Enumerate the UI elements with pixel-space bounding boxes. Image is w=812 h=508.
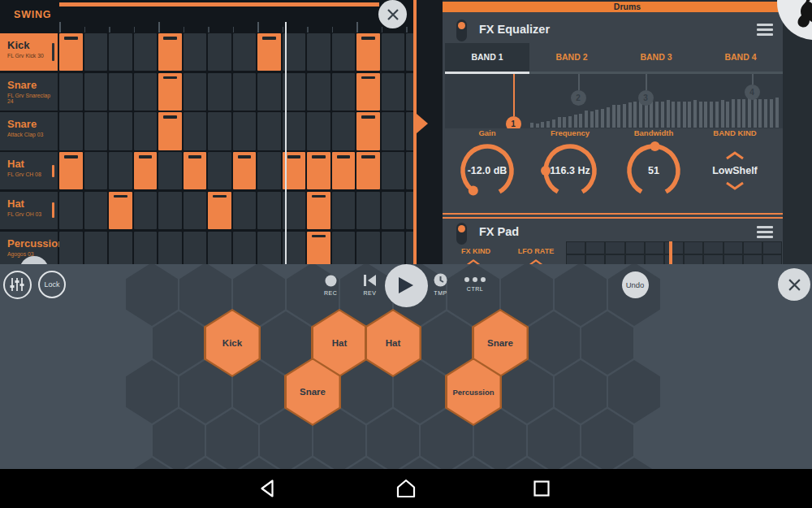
step-cell[interactable] <box>307 152 330 189</box>
fx-equalizer-menu-icon[interactable] <box>757 24 773 36</box>
panel-expand-handle-icon[interactable] <box>417 114 428 133</box>
step-cell[interactable] <box>233 33 257 71</box>
fx-pad-cell[interactable] <box>703 254 723 265</box>
step-cell[interactable] <box>356 232 380 265</box>
android-recents-button[interactable] <box>531 478 552 499</box>
tab-band-2[interactable]: BAND 2 <box>529 43 614 72</box>
step-cell[interactable] <box>84 152 108 189</box>
band-kind-down-icon[interactable] <box>725 181 745 190</box>
step-cell[interactable] <box>332 73 356 111</box>
step-cell[interactable] <box>332 232 356 265</box>
fx-pad-cell[interactable] <box>625 254 645 265</box>
step-cell[interactable] <box>307 73 330 111</box>
close-pads-button[interactable] <box>778 268 810 301</box>
step-cell[interactable] <box>158 112 182 150</box>
step-cell[interactable] <box>84 73 108 111</box>
step-cell[interactable] <box>84 192 108 229</box>
step-cell[interactable] <box>184 33 207 71</box>
step-cell[interactable] <box>84 33 108 71</box>
step-cell[interactable] <box>134 232 158 265</box>
step-cell[interactable] <box>332 152 356 189</box>
fx-pad-cell[interactable] <box>664 254 684 265</box>
step-cell[interactable] <box>356 112 380 150</box>
step-cell[interactable] <box>208 192 231 229</box>
step-cell[interactable] <box>134 192 158 229</box>
step-cell[interactable] <box>307 112 330 150</box>
tab-band-1[interactable]: BAND 1 <box>445 43 529 72</box>
step-cell[interactable] <box>59 192 83 229</box>
step-cell[interactable] <box>382 152 405 189</box>
step-cell[interactable] <box>233 73 257 111</box>
step-cell[interactable] <box>109 152 132 189</box>
step-cell[interactable] <box>307 232 330 265</box>
fx-pad-cell[interactable] <box>703 241 723 254</box>
track-label[interactable]: SnareAttack Clap 03 <box>0 112 58 150</box>
step-cell[interactable] <box>109 112 132 150</box>
step-cell[interactable] <box>59 33 83 71</box>
mixer-button[interactable] <box>3 271 32 299</box>
step-cell[interactable] <box>356 33 380 71</box>
fx-pad-cell[interactable] <box>605 241 624 254</box>
tab-band-4[interactable]: BAND 4 <box>698 43 783 72</box>
fx-pad-cell[interactable] <box>566 241 585 254</box>
band-marker-3[interactable]: 3 <box>638 90 654 106</box>
step-cell[interactable] <box>158 192 182 229</box>
eq-spectrum-graph[interactable]: 1234 <box>445 74 783 128</box>
android-home-button[interactable] <box>395 478 417 499</box>
step-cell[interactable] <box>332 192 356 229</box>
fx-pad-cell[interactable] <box>645 254 664 265</box>
step-cell[interactable] <box>109 192 132 229</box>
step-cell[interactable] <box>59 73 83 111</box>
fx-pad-cell[interactable] <box>723 254 743 265</box>
step-cell[interactable] <box>257 152 281 189</box>
play-button[interactable] <box>385 264 428 307</box>
step-cell[interactable] <box>257 33 281 71</box>
undo-button[interactable]: Undo <box>622 271 649 298</box>
channel-title-bar[interactable]: Drums <box>443 2 812 12</box>
lock-button[interactable]: Lock <box>38 271 66 298</box>
step-cell[interactable] <box>184 152 207 189</box>
fx-pad-cell[interactable] <box>605 254 624 265</box>
step-cell[interactable] <box>158 152 182 189</box>
step-cell[interactable] <box>356 152 380 189</box>
step-cell[interactable] <box>158 232 182 265</box>
step-cell[interactable] <box>208 232 231 265</box>
step-cell[interactable] <box>158 73 182 111</box>
fx-pad-cell[interactable] <box>684 254 703 265</box>
step-cell[interactable] <box>184 73 207 111</box>
step-cell[interactable] <box>233 192 257 229</box>
step-cell[interactable] <box>382 192 405 229</box>
step-cell[interactable] <box>356 73 380 111</box>
fx-pad-cell[interactable] <box>645 241 664 254</box>
step-cell[interactable] <box>84 232 108 265</box>
step-cell[interactable] <box>109 73 132 111</box>
fx-pad-cell[interactable] <box>743 254 762 265</box>
step-cell[interactable] <box>382 73 405 111</box>
step-cell[interactable] <box>158 33 182 71</box>
tab-band-3[interactable]: BAND 3 <box>614 43 698 72</box>
band-marker-2[interactable]: 2 <box>571 90 586 106</box>
step-cell[interactable] <box>257 112 281 150</box>
step-cell[interactable] <box>208 73 231 111</box>
step-cell[interactable] <box>332 112 356 150</box>
step-cell[interactable] <box>307 33 330 71</box>
fx-pad-cell[interactable] <box>762 241 782 254</box>
step-cell[interactable] <box>59 152 83 189</box>
fx-pad-cell[interactable] <box>743 241 762 254</box>
step-cell[interactable] <box>184 232 207 265</box>
fx-pad-cell[interactable] <box>684 241 703 254</box>
fx-pad-cell[interactable] <box>762 254 782 265</box>
fx-pad-cell[interactable] <box>585 254 605 265</box>
step-cell[interactable] <box>382 232 405 265</box>
step-cell[interactable] <box>382 33 405 71</box>
step-cell[interactable] <box>59 112 83 150</box>
step-cell[interactable] <box>382 112 405 150</box>
tempo-button[interactable]: TMP <box>434 273 447 296</box>
step-cell[interactable] <box>257 192 281 229</box>
band-kind-up-icon[interactable] <box>725 151 745 160</box>
step-cell[interactable] <box>184 112 207 150</box>
step-cell[interactable] <box>257 73 281 111</box>
band-kind-value[interactable]: LowShelf <box>694 165 775 176</box>
step-cell[interactable] <box>134 112 158 150</box>
close-sequencer-button[interactable] <box>378 0 407 28</box>
